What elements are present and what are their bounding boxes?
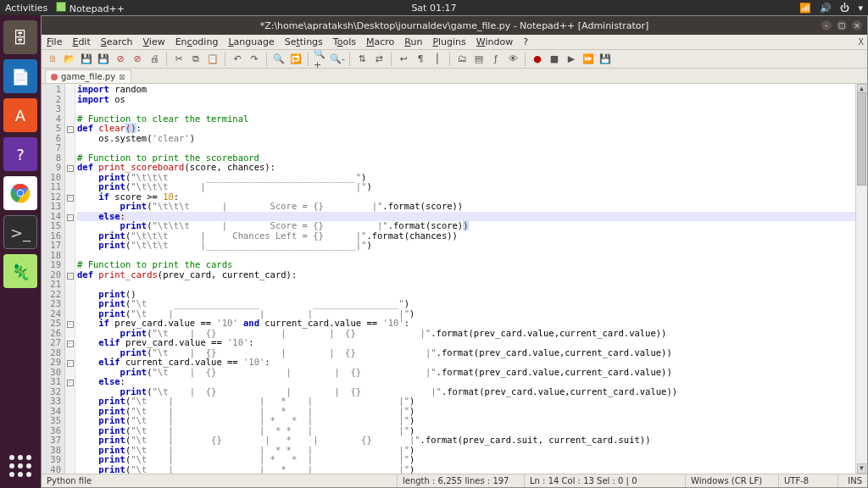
window-title: *Z:\home\aprataksh\Desktop\journaldev\ga…	[260, 20, 649, 31]
notepadpp-window: *Z:\home\aprataksh\Desktop\journaldev\ga…	[41, 15, 868, 488]
code-editor[interactable]: 1 2 3 4 5 6 7 8 9 10 11 12 13 14 15 16 1…	[42, 84, 867, 474]
clock[interactable]: Sat 01:17	[411, 3, 456, 14]
allchars-icon[interactable]: ¶	[413, 52, 428, 67]
fold-gutter[interactable]: − − − − − − − − −	[65, 84, 75, 474]
tab-strip: game_file.py ⊠	[42, 69, 867, 84]
find-icon[interactable]: 🔍	[271, 52, 287, 67]
paste-icon[interactable]: 📋	[205, 52, 220, 67]
undo-icon[interactable]: ↶	[230, 52, 245, 67]
software-launcher-icon[interactable]: A	[3, 98, 37, 132]
line-number-gutter: 1 2 3 4 5 6 7 8 9 10 11 12 13 14 15 16 1…	[42, 84, 65, 474]
system-menu-chevron-icon[interactable]: ▾	[858, 3, 863, 14]
terminal-launcher-icon[interactable]: >_	[3, 215, 37, 249]
network-icon[interactable]: 📶	[799, 3, 811, 14]
window-titlebar[interactable]: *Z:\home\aprataksh\Desktop\journaldev\ga…	[42, 16, 867, 35]
func-list-icon[interactable]: ƒ	[488, 52, 504, 67]
chrome-launcher-icon[interactable]	[3, 176, 37, 210]
status-encoding[interactable]: UTF-8	[779, 474, 838, 487]
sync-h-icon[interactable]: ⇄	[371, 52, 387, 67]
folder-view-icon[interactable]: 🗂	[454, 52, 470, 67]
help-launcher-icon[interactable]: ?	[3, 137, 37, 171]
writer-launcher-icon[interactable]: 📄	[3, 59, 37, 93]
menu-file[interactable]: File	[47, 36, 62, 47]
statusbar: Python file length : 6,255 lines : 197 L…	[42, 474, 867, 487]
menu-window[interactable]: Window	[476, 36, 513, 47]
monitor-icon[interactable]: 👁	[505, 52, 520, 67]
activities-button[interactable]: Activities	[5, 3, 47, 14]
show-apps-icon[interactable]	[3, 449, 37, 483]
tab-label: game_file.py	[61, 72, 115, 81]
status-insert-mode[interactable]: INS	[838, 474, 867, 487]
close-all-icon[interactable]: ⊘	[130, 52, 145, 67]
record-macro-icon[interactable]: ●	[530, 52, 545, 67]
zoom-in-icon[interactable]: 🔍+	[313, 52, 328, 67]
copy-icon[interactable]: ⧉	[188, 52, 203, 67]
files-launcher-icon[interactable]: 🗄	[3, 20, 37, 54]
minimize-button[interactable]: –	[821, 20, 832, 30]
save-all-icon[interactable]: 💾	[96, 52, 111, 67]
save-macro-icon[interactable]: 💾	[598, 52, 613, 67]
menubar: File Edit Search View Encoding Language …	[42, 35, 867, 50]
menu-search[interactable]: Search	[101, 36, 133, 47]
menu-settings[interactable]: Settings	[285, 36, 323, 47]
toolbar: 🗎 📂 💾 💾 ⊘ ⊘ 🖨 ✂ ⧉ 📋 ↶ ↷ 🔍 🔁 🔍+ 🔍- ⇅ ⇄ ↩ …	[42, 50, 867, 69]
code-area[interactable]: import randomimport os# Function to clea…	[75, 84, 855, 474]
indent-guide-icon[interactable]: ⎮	[430, 52, 445, 67]
menubar-close-icon[interactable]: X	[858, 37, 864, 47]
sync-v-icon[interactable]: ⇅	[354, 52, 370, 67]
menu-macro[interactable]: Macro	[366, 36, 394, 47]
maximize-button[interactable]: ▢	[837, 20, 847, 30]
menu-run[interactable]: Run	[404, 36, 422, 47]
scroll-thumb[interactable]	[857, 92, 866, 186]
redo-icon[interactable]: ↷	[247, 52, 262, 67]
launcher-dock: 🗄 📄 A ? >_ 🦎	[0, 15, 41, 488]
play-macro-icon[interactable]: ▶	[564, 52, 579, 67]
doc-map-icon[interactable]: ▤	[471, 52, 487, 67]
save-icon[interactable]: 💾	[79, 52, 94, 67]
open-file-icon[interactable]: 📂	[62, 52, 77, 67]
svg-point-3	[18, 191, 24, 197]
status-filetype: Python file	[42, 474, 398, 487]
power-icon[interactable]: ⏻	[840, 3, 849, 14]
tab-game-file[interactable]: game_file.py ⊠	[45, 69, 131, 83]
menu-help[interactable]: ?	[523, 36, 528, 47]
tab-modified-icon	[51, 74, 58, 80]
notepadpp-launcher-icon[interactable]: 🦎	[3, 254, 37, 288]
menu-language[interactable]: Language	[228, 36, 274, 47]
wordwrap-icon[interactable]: ↩	[396, 52, 411, 67]
print-icon[interactable]: 🖨	[147, 52, 162, 67]
status-position: Ln : 14 Col : 13 Sel : 0 | 0	[525, 474, 686, 487]
volume-icon[interactable]: 🔊	[820, 3, 832, 14]
menu-view[interactable]: View	[143, 36, 165, 47]
menu-edit[interactable]: Edit	[72, 36, 90, 47]
app-indicator[interactable]: Notepad++	[56, 2, 125, 14]
close-tab-icon[interactable]: ⊘	[113, 52, 128, 67]
status-length: length : 6,255 lines : 197	[398, 474, 525, 487]
menu-plugins[interactable]: Plugins	[432, 36, 465, 47]
gnome-topbar: Activities Notepad++ Sat 01:17 📶 🔊 ⏻ ▾	[0, 0, 868, 15]
scroll-down-icon[interactable]: ▼	[857, 463, 866, 474]
playn-macro-icon[interactable]: ⏩	[581, 52, 596, 67]
tab-close-icon[interactable]: ⊠	[119, 73, 125, 81]
menu-tools[interactable]: Tools	[333, 36, 356, 47]
menu-encoding[interactable]: Encoding	[175, 36, 219, 47]
close-button[interactable]: ×	[852, 20, 862, 30]
new-file-icon[interactable]: 🗎	[45, 52, 60, 67]
zoom-out-icon[interactable]: 🔍-	[330, 52, 345, 67]
cut-icon[interactable]: ✂	[171, 52, 186, 67]
stop-macro-icon[interactable]: ■	[547, 52, 562, 67]
status-eol[interactable]: Windows (CR LF)	[686, 474, 779, 487]
vertical-scrollbar[interactable]: ▲ ▼	[855, 84, 867, 474]
replace-icon[interactable]: 🔁	[288, 52, 303, 67]
